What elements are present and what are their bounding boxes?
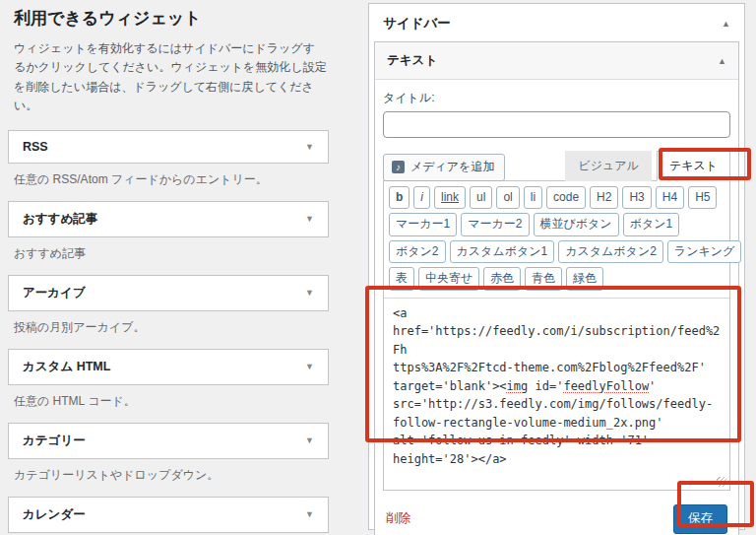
toolbar-button-表[interactable]: 表 [389,267,414,290]
widget-description: おすすめ記事 [14,245,323,262]
chevron-down-icon[interactable]: ▼ [305,288,314,298]
collapse-arrow-icon[interactable]: ▲ [722,19,730,29]
widget-box[interactable]: カスタム HTML ▼ [8,349,329,385]
add-media-button[interactable]: ♪ メディアを追加 [383,154,505,181]
toolbar-button-カスタムボタン1[interactable]: カスタムボタン1 [450,240,555,263]
toolbar-button-li[interactable]: li [524,186,542,209]
toolbar-button-ボタン1[interactable]: ボタン1 [623,213,680,235]
widget-description: 投稿の月別アーカイブ。 [14,319,323,336]
tab-text[interactable]: テキスト [657,151,730,181]
toolbar-button-ul[interactable]: ul [470,186,492,209]
quicktags-toolbar: bilinkulollicodeH2H3H4H5マーカー1マーカー2横並びボタン… [384,181,729,299]
widget-box[interactable]: おすすめ記事 ▼ [8,201,329,237]
widget-description: 任意の RSS/Atom フィードからのエントリー。 [14,171,323,188]
widget-title: アーカイブ [23,285,86,301]
widget-title: カスタム HTML [23,359,110,375]
add-media-label: メディアを追加 [410,159,494,175]
save-button[interactable]: 保存 [673,504,727,534]
widget-box[interactable]: アーカイブ ▼ [8,275,329,311]
toolbar-button-link[interactable]: link [434,186,466,209]
chevron-down-icon[interactable]: ▼ [305,142,314,152]
widget-box[interactable]: カレンダー ▼ [8,497,329,533]
toolbar-button-中央寄せ[interactable]: 中央寄せ [418,267,479,290]
title-field-label: タイトル: [383,90,730,106]
toolbar-button-青色[interactable]: 青色 [525,267,562,290]
chevron-down-icon[interactable]: ▼ [305,509,314,519]
toolbar-button-H4[interactable]: H4 [656,186,684,209]
text-editor-container: bilinkulollicodeH2H3H4H5マーカー1マーカー2横並びボタン… [383,180,730,491]
toolbar-button-H5[interactable]: H5 [688,186,717,209]
chevron-down-icon[interactable]: ▼ [305,214,314,224]
widget-title: カテゴリー [23,433,86,449]
toolbar-button-i[interactable]: i [413,186,430,209]
toolbar-button-マーカー1[interactable]: マーカー1 [389,213,457,235]
available-widgets-panel: 利用できるウィジェット ウィジェットを有効化するにはサイドバーにドラッグするかク… [8,2,329,535]
toolbar-button-赤色[interactable]: 赤色 [483,267,521,290]
delete-link[interactable]: 削除 [386,510,410,527]
toolbar-button-ol[interactable]: ol [496,186,519,209]
widget-code-textarea[interactable]: <a href='https://feedly.com/i/subscripti… [384,299,729,490]
toolbar-button-b[interactable]: b [389,186,410,209]
available-widgets-list: RSS ▼ 任意の RSS/Atom フィードからのエントリー。 おすすめ記事 … [8,130,329,535]
text-widget: テキスト ▲ タイトル: ♪ メディアを追加 ビジュアル テキスト [374,41,739,535]
text-widget-body: タイトル: ♪ メディアを追加 ビジュアル テキスト bilinkulollic… [375,80,738,535]
textarea-resize-handle-icon[interactable] [717,477,726,487]
toolbar-button-ボタン2[interactable]: ボタン2 [389,240,446,263]
toolbar-button-緑色[interactable]: 緑色 [566,267,603,290]
toolbar-button-code[interactable]: code [546,186,586,209]
text-widget-header[interactable]: テキスト ▲ [375,42,738,80]
chevron-down-icon[interactable]: ▼ [305,362,314,371]
widget-box[interactable]: カテゴリー ▼ [8,423,329,459]
page-description: ウィジェットを有効化するにはサイドバーにドラッグするかクリックしてください。ウィ… [14,39,327,116]
sidebar-panel-title: サイドバー [383,15,451,33]
widgets-admin-page: 利用できるウィジェット ウィジェットを有効化するにはサイドバーにドラッグするかク… [0,0,756,535]
widget-title: カレンダー [23,506,86,523]
sidebar-panel: サイドバー ▲ テキスト ▲ タイトル: ♪ メディアを追加 ビジュアル [368,3,745,530]
widget-title: おすすめ記事 [23,211,97,228]
chevron-down-icon[interactable]: ▼ [305,435,314,445]
toolbar-button-マーカー2[interactable]: マーカー2 [461,213,529,235]
media-icon: ♪ [392,161,405,173]
sidebar-panel-header[interactable]: サイドバー ▲ [369,4,744,41]
toolbar-button-カスタムボタン2[interactable]: カスタムボタン2 [558,240,663,263]
text-widget-title: テキスト [387,52,437,69]
tab-visual[interactable]: ビジュアル [565,151,651,181]
toolbar-button-H2[interactable]: H2 [590,186,618,209]
toolbar-button-横並びボタン[interactable]: 横並びボタン [534,213,619,235]
editor-mode-tabs: ビジュアル テキスト [565,151,730,181]
toolbar-button-ランキング[interactable]: ランキング [667,240,741,263]
media-row: ♪ メディアを追加 ビジュアル テキスト [383,151,730,181]
toolbar-button-H3[interactable]: H3 [622,186,651,209]
title-input[interactable] [383,111,730,138]
widget-description: 任意の HTML コード。 [14,393,323,410]
widget-footer: 削除 保存 [383,504,730,535]
widget-box[interactable]: RSS ▼ [8,130,329,164]
page-title: 利用できるウィジェット [14,7,329,30]
widget-title: RSS [23,140,48,154]
collapse-arrow-icon[interactable]: ▲ [718,56,726,66]
widget-description: カテゴリーリストやドロップダウン。 [14,467,323,484]
